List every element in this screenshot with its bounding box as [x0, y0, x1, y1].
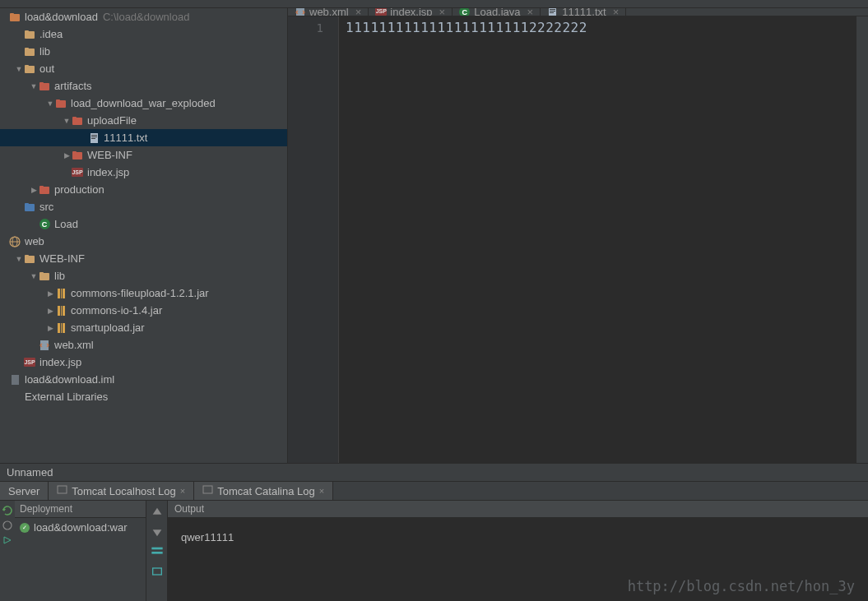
tree-item-label: uploadFile — [87, 114, 137, 127]
editor-tab-11111-txt[interactable]: 11111.txt× — [541, 8, 626, 16]
text-icon — [8, 391, 21, 404]
tree-row-smartupload-jar[interactable]: ▶smartupload.jar — [0, 319, 287, 336]
tree-arrow-icon[interactable]: ▼ — [46, 99, 54, 108]
run-rerun-icon[interactable] — [2, 506, 12, 515]
tree-row-web-inf[interactable]: ▼WEB-INF — [0, 250, 287, 267]
tree-row-out[interactable]: ▼out — [0, 60, 287, 77]
tree-row-lib[interactable]: lib — [0, 43, 287, 60]
tree-row-load-download-iml[interactable]: load&download.iml — [0, 371, 287, 388]
svg-rect-30 — [39, 272, 44, 275]
tree-row-lib[interactable]: ▼lib — [0, 267, 287, 284]
editor-tab-load-java[interactable]: CLoad.java× — [453, 8, 541, 16]
tree-item-label: Load — [54, 218, 78, 230]
tree-arrow-icon — [63, 169, 71, 177]
console-tabs[interactable]: ServerTomcat Localhost Log×Tomcat Catali… — [0, 481, 868, 501]
editor-scrollbar[interactable] — [856, 16, 868, 463]
svg-rect-42 — [296, 8, 304, 16]
editor-tabs-bar[interactable]: web.xml×JSPindex.jsp×CLoad.java×11111.tx… — [288, 8, 868, 16]
tree-arrow-icon — [30, 220, 38, 229]
file-icon — [87, 132, 100, 145]
tree-item-label: index.jsp — [87, 166, 129, 178]
jar-icon — [54, 321, 67, 335]
tree-row-src[interactable]: src — [0, 198, 287, 215]
xml-icon — [38, 339, 51, 352]
tree-arrow-icon[interactable]: ▼ — [30, 272, 38, 280]
tree-row-11111-txt[interactable]: 11111.txt — [0, 129, 287, 146]
deployment-item[interactable]: ✓ load&download:war — [15, 518, 146, 537]
tree-arrow-icon[interactable]: ▶ — [63, 151, 71, 159]
tree-row-index-jsp[interactable]: JSPindex.jsp — [0, 164, 287, 181]
svg-rect-35 — [61, 306, 62, 316]
run-stop-icon[interactable] — [2, 520, 12, 530]
project-sidebar[interactable]: load&downloadC:\load&download.idealib▼ou… — [0, 8, 288, 463]
tree-row-artifacts[interactable]: ▼artifacts — [0, 77, 287, 95]
watermark: http://blog.csdn.net/hon_3y — [628, 578, 855, 594]
tree-row-web-inf[interactable]: ▶WEB-INF — [0, 146, 287, 164]
console-tab-server[interactable]: Server — [0, 482, 49, 500]
editor-tab-index-jsp[interactable]: JSPindex.jsp× — [369, 8, 453, 16]
tree-row-web-xml[interactable]: web.xml — [0, 336, 287, 354]
jsp-icon: JSP — [375, 8, 386, 16]
tree-row-load[interactable]: CLoad — [0, 215, 287, 233]
tree-item-label: load&download.iml — [25, 373, 114, 386]
tree-row-index-jsp[interactable]: JSPindex.jsp — [0, 354, 287, 371]
output-text[interactable]: qwer11111 http://blog.csdn.net/hon_3y — [168, 518, 868, 601]
close-icon[interactable]: × — [439, 8, 446, 16]
console-tab-tomcat-localhost-log[interactable]: Tomcat Localhost Log× — [49, 482, 194, 500]
svg-rect-17 — [91, 138, 95, 139]
tree-row-load-download[interactable]: load&downloadC:\load&download — [0, 8, 287, 25]
close-icon[interactable]: × — [613, 8, 620, 16]
tree-row-uploadfile[interactable]: ▼uploadFile — [0, 112, 287, 129]
svg-rect-3 — [25, 30, 29, 33]
tree-row-commons-io-1-4-jar[interactable]: ▶commons-io-1.4.jar — [0, 302, 287, 319]
code-content[interactable]: 11111111111111111111112222222 — [339, 16, 856, 463]
tree-arrow-icon[interactable]: ▶ — [46, 324, 54, 332]
svg-rect-21 — [39, 186, 44, 188]
tree-arrow-icon — [15, 203, 23, 211]
run-restart-icon[interactable] — [2, 535, 12, 545]
close-icon[interactable]: × — [319, 486, 324, 496]
tree-arrow-icon[interactable]: ▼ — [30, 82, 38, 90]
scroll-up-icon[interactable] — [151, 506, 164, 519]
top-toolbar — [0, 0, 868, 8]
print-icon[interactable] — [151, 565, 164, 578]
tree-arrow-icon — [15, 30, 23, 39]
editor-body[interactable]: 1 11111111111111111111112222222 — [288, 16, 868, 463]
svg-rect-41 — [12, 375, 19, 385]
tree-row-web[interactable]: web — [0, 233, 287, 250]
tree-arrow-icon — [30, 341, 38, 349]
tree-arrow-icon[interactable]: ▼ — [63, 117, 71, 125]
editor-tab-web-xml[interactable]: web.xml× — [288, 8, 369, 16]
console-tab-label: Tomcat Localhost Log — [72, 485, 175, 497]
tree-row--idea[interactable]: .idea — [0, 25, 287, 43]
tree-row-load-download-war-exploded[interactable]: ▼load_download_war_exploded — [0, 95, 287, 112]
tree-row-production[interactable]: ▶production — [0, 181, 287, 198]
close-icon[interactable]: × — [527, 8, 534, 16]
tree-item-label: load&download — [25, 11, 98, 23]
tree-item-label: web.xml — [54, 339, 94, 351]
svg-rect-28 — [25, 255, 29, 257]
project-tree[interactable]: load&downloadC:\load&download.idealib▼ou… — [0, 8, 287, 405]
close-icon[interactable]: × — [180, 486, 185, 496]
close-icon[interactable]: × — [355, 8, 362, 16]
folder-blue-icon — [23, 201, 36, 214]
tree-arrow-icon[interactable]: ▼ — [15, 255, 23, 263]
jsp-icon: JSP — [71, 166, 84, 179]
console-tab-tomcat-catalina-log[interactable]: Tomcat Catalina Log× — [194, 482, 333, 500]
tree-arrow-icon[interactable]: ▶ — [30, 186, 38, 194]
output-toolbar[interactable] — [146, 501, 168, 601]
scroll-down-icon[interactable] — [151, 525, 164, 539]
jsp-icon: JSP — [23, 356, 36, 369]
deployment-header: Deployment — [15, 501, 146, 518]
tree-row-external-libraries[interactable]: External Libraries — [0, 388, 287, 405]
tree-row-commons-fileupload-1-2-1-jar[interactable]: ▶commons-fileupload-1.2.1.jar — [0, 284, 287, 302]
soft-wrap-icon[interactable] — [151, 545, 164, 558]
tree-arrow-icon[interactable]: ▼ — [15, 65, 23, 73]
tree-arrow-icon[interactable]: ▶ — [46, 307, 54, 315]
class-icon: C — [38, 218, 51, 231]
svg-rect-34 — [58, 306, 60, 316]
tree-arrow-icon[interactable]: ▶ — [46, 289, 54, 298]
svg-rect-39 — [63, 323, 65, 333]
run-side-toolbar[interactable] — [0, 501, 15, 601]
tree-item-label: out — [39, 62, 54, 75]
